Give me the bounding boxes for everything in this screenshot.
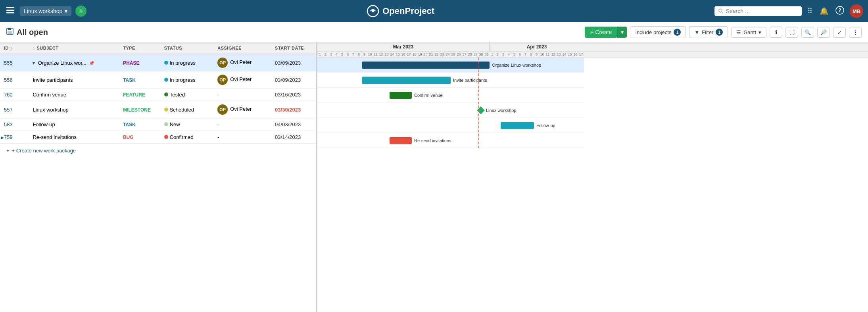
search-icon [718, 8, 724, 14]
gantt-row: Follow-up [317, 118, 584, 133]
fullscreen-button[interactable]: ⤢ [833, 27, 846, 38]
info-icon: ℹ [775, 29, 777, 35]
gantt-bar-label: Re-send invitations [414, 138, 451, 143]
work-item-id[interactable]: 556 [4, 77, 13, 83]
status-dot [164, 108, 168, 112]
gantt-panel: Mar 2023Apr 2023123456789101112131415161… [317, 42, 868, 312]
gantt-row: Invite participants [317, 73, 584, 88]
table-row[interactable]: 557Linux workshopMILESTONEScheduledOPOvi… [0, 101, 316, 118]
work-item-assignee: OPOvi Peter [213, 54, 271, 71]
work-item-type: PHASE [119, 54, 160, 71]
status-dot [164, 61, 168, 65]
gantt-day: 15 [395, 52, 401, 57]
work-item-date: 03/30/2023 [271, 101, 316, 118]
work-item-assignee: - [213, 118, 271, 131]
gantt-row: Linux workshop [317, 103, 584, 118]
work-item-type: BUG [119, 131, 160, 144]
work-item-id[interactable]: 583 [4, 121, 13, 127]
split-layout: ID ↑ ↕ SUBJECT TYPE STATUS ASSIG [0, 42, 868, 312]
work-item-id[interactable]: 759 [4, 134, 13, 140]
svg-point-4 [372, 10, 374, 12]
gantt-days-header: 1234567891011121314151617181920212223242… [317, 52, 868, 58]
gantt-milestone-label: Linux workshop [486, 108, 516, 113]
gantt-bar-label: Organize Linux workshop [492, 63, 541, 67]
work-item-date: 03/09/2023 [271, 71, 316, 89]
gantt-day: 20 [423, 52, 428, 57]
user-avatar[interactable]: MB [850, 4, 863, 18]
create-dropdown-button[interactable]: ▾ [617, 27, 627, 38]
work-item-date: 04/03/2023 [271, 118, 316, 131]
search-box[interactable] [714, 6, 802, 16]
gantt-day: 16 [401, 52, 406, 57]
gantt-day: 25 [451, 52, 456, 57]
col-header-status[interactable]: STATUS [160, 42, 214, 54]
gantt-day: 31 [484, 52, 490, 57]
gantt-bar [362, 77, 451, 84]
work-table: ID ↑ ↕ SUBJECT TYPE STATUS ASSIG [0, 42, 316, 144]
gantt-day: 2 [323, 52, 328, 57]
work-item-status: New [160, 118, 214, 131]
status-dot [164, 122, 168, 126]
work-item-date: 03/16/2023 [271, 89, 316, 101]
add-button[interactable]: + [75, 6, 86, 17]
create-work-package-link[interactable]: + + Create new work package [0, 144, 316, 158]
table-row[interactable]: 583Follow-upTASKNew-04/03/2023 [0, 118, 316, 131]
gantt-day: 29 [473, 52, 478, 57]
help-icon[interactable]: ? [834, 4, 846, 18]
save-icon[interactable] [6, 28, 13, 37]
table-row[interactable]: 556Invite participantsTASKIn progressOPO… [0, 71, 316, 89]
table-panel: ID ↑ ↕ SUBJECT TYPE STATUS ASSIG [0, 42, 317, 312]
expand-row-icon[interactable]: ▾ [33, 60, 36, 66]
table-row[interactable]: 760Confirm venueFEATURETested-03/16/2023 [0, 89, 316, 101]
gantt-day: 15 [567, 52, 573, 57]
table-row[interactable]: ▶759Re-send invitationsBUGConfirmed-03/1… [0, 131, 316, 144]
col-header-date[interactable]: START DATE [271, 42, 316, 54]
gantt-day: 30 [478, 52, 484, 57]
hamburger-menu[interactable] [5, 6, 16, 17]
work-item-assignee: - [213, 89, 271, 101]
gantt-day: 16 [573, 52, 578, 57]
work-item-date: 03/09/2023 [271, 54, 316, 71]
col-header-type[interactable]: TYPE [119, 42, 160, 54]
toolbar: All open + Create ▾ Include projects 1 ▼… [0, 22, 868, 42]
gantt-day: 10 [540, 52, 545, 57]
create-button[interactable]: + Create [585, 27, 617, 38]
info-button[interactable]: ℹ [770, 27, 782, 38]
notification-icon[interactable]: 🔔 [818, 5, 830, 17]
gantt-button[interactable]: ☰ Gantt ▾ [731, 27, 766, 38]
work-item-id[interactable]: 557 [4, 107, 13, 113]
svg-text:?: ? [838, 8, 841, 13]
table-row[interactable]: 555▾ Organize Linux wor...📌PHASEIn progr… [0, 54, 316, 71]
project-selector[interactable]: Linux workshop ▾ [20, 6, 71, 16]
more-options-button[interactable]: ⋮ [849, 27, 862, 38]
month-april: Apr 2023 [490, 42, 584, 51]
gantt-day: 14 [562, 52, 567, 57]
include-projects-label: Include projects [635, 29, 671, 35]
gantt-day: 13 [384, 52, 390, 57]
svg-rect-0 [6, 7, 14, 8]
gantt-bar-label: Invite participants [453, 78, 487, 83]
zoom-out-button[interactable]: 🔍 [801, 27, 814, 38]
col-header-assignee[interactable]: ASSIGNEE [213, 42, 271, 54]
col-header-subject[interactable]: ↕ SUBJECT [29, 42, 119, 54]
grid-icon[interactable]: ⠿ [806, 5, 814, 17]
work-item-type: MILESTONE [119, 101, 160, 118]
row-indicator-icon: ▶ [1, 135, 4, 139]
work-item-assignee: OPOvi Peter [213, 101, 271, 118]
include-projects-button[interactable]: Include projects 1 [630, 26, 686, 38]
gantt-bar [501, 122, 534, 129]
gantt-day: 17 [406, 52, 412, 57]
zoom-in-button[interactable]: 🔎 [817, 27, 830, 38]
project-dropdown-icon: ▾ [65, 8, 67, 14]
table-header-row: ID ↑ ↕ SUBJECT TYPE STATUS ASSIG [0, 42, 316, 54]
filter-label: Filter [702, 29, 713, 35]
search-input[interactable] [726, 8, 798, 14]
col-header-id[interactable]: ID ↑ [0, 42, 29, 54]
fit-to-screen-button[interactable]: ⛶ [785, 27, 798, 38]
filter-button[interactable]: ▼ Filter 1 [689, 26, 728, 38]
status-dot [164, 135, 168, 139]
subject-sort-icon: ↕ [33, 46, 35, 50]
work-item-id[interactable]: 760 [4, 92, 13, 98]
gantt-day: 5 [512, 52, 517, 57]
work-item-id[interactable]: 555 [4, 60, 13, 66]
